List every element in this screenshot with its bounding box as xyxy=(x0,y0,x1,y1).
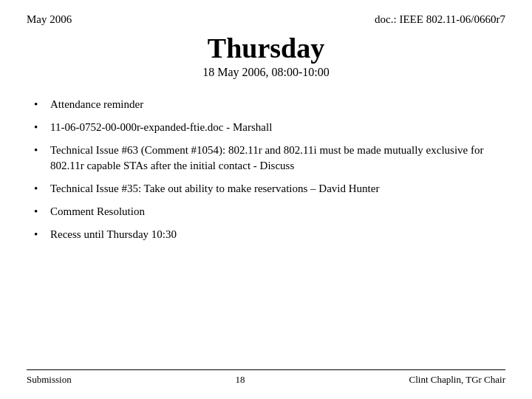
bullet-dot-2: • xyxy=(34,143,47,158)
bullet-item-1: •11-06-0752-00-000r-expanded-ftie.doc - … xyxy=(34,120,505,135)
bullet-text-4: Comment Resolution xyxy=(50,204,505,219)
bullet-item-0: •Attendance reminder xyxy=(34,97,505,112)
bullet-text-0: Attendance reminder xyxy=(50,97,505,112)
slide-container: May 2006 doc.: IEEE 802.11-06/0660r7 Thu… xyxy=(0,0,532,399)
bullet-dot-3: • xyxy=(34,181,47,197)
header-right: doc.: IEEE 802.11-06/0660r7 xyxy=(375,13,505,26)
footer-page-number: 18 xyxy=(236,374,245,386)
bullet-text-1: 11-06-0752-00-000r-expanded-ftie.doc - M… xyxy=(50,120,505,135)
footer-bar: Submission 18 Clint Chaplin, TGr Chair xyxy=(27,369,505,386)
bullet-item-3: •Technical Issue #35: Take out ability t… xyxy=(34,181,505,197)
bullet-text-3: Technical Issue #35: Take out ability to… xyxy=(50,181,505,197)
bullet-dot-1: • xyxy=(34,120,47,135)
header-left: May 2006 xyxy=(27,13,72,26)
bullet-dot-4: • xyxy=(34,204,47,219)
bullet-text-5: Recess until Thursday 10:30 xyxy=(50,227,505,242)
content-section: •Attendance reminder•11-06-0752-00-000r-… xyxy=(27,97,505,369)
title-section: Thursday 18 May 2006, 08:00-10:00 xyxy=(27,32,505,79)
main-title: Thursday xyxy=(27,32,505,64)
bullet-item-5: •Recess until Thursday 10:30 xyxy=(34,227,505,242)
header-bar: May 2006 doc.: IEEE 802.11-06/0660r7 xyxy=(27,13,505,26)
footer-submission: Submission xyxy=(27,374,72,386)
bullet-item-2: •Technical Issue #63 (Comment #1054): 80… xyxy=(34,143,505,174)
bullet-text-2: Technical Issue #63 (Comment #1054): 802… xyxy=(50,143,505,174)
bullet-list: •Attendance reminder•11-06-0752-00-000r-… xyxy=(34,97,505,242)
bullet-dot-5: • xyxy=(34,227,47,242)
bullet-dot-0: • xyxy=(34,97,47,112)
footer-author: Clint Chaplin, TGr Chair xyxy=(409,374,505,386)
subtitle: 18 May 2006, 08:00-10:00 xyxy=(27,66,505,79)
bullet-item-4: •Comment Resolution xyxy=(34,204,505,219)
